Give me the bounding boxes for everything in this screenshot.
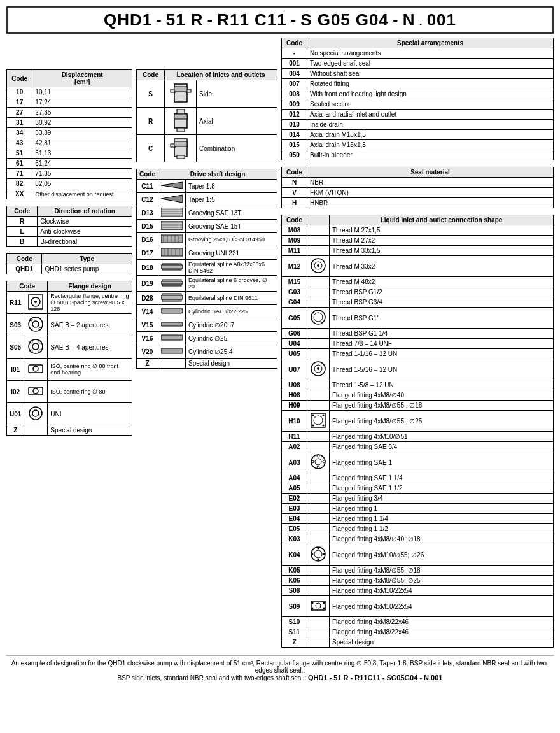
shaft-col-value: Drive shaft design (158, 169, 277, 180)
svg-point-93 (316, 603, 321, 608)
bottom-note-text: An example of designation for the QHD1 c… (11, 660, 549, 674)
table-row: RClockwise (7, 217, 132, 227)
svg-point-7 (29, 339, 43, 353)
svg-point-77 (323, 415, 325, 416)
table-row: 5151,13 (7, 148, 132, 159)
svg-point-94 (312, 602, 314, 604)
table-row: E04Flanged fitting 1 1/4 (282, 514, 554, 524)
table-row: M12 Thread M 33x2 (282, 256, 554, 277)
table-row: C12 Taper 1:5 (137, 193, 277, 206)
svg-point-88 (312, 553, 314, 555)
flange-col-code: Code (7, 281, 48, 292)
rotation-col-code: Code (7, 206, 38, 217)
bottom-note-code: QHD1 - 51 R - R11C11 - SG05G04 - N.001 (308, 674, 443, 681)
table-row: NNBR (282, 178, 554, 188)
inlet-col-code: Code (137, 70, 165, 80)
svg-rect-92 (311, 601, 325, 610)
type-col-code: Code (7, 254, 42, 264)
table-row: H08Flanged fitting 4xM8/∅40 (282, 390, 554, 401)
table-row: S09 Flanged fitting 4xM10/22x54 (282, 596, 554, 617)
code-dot: . (417, 10, 424, 30)
code-qhd1: QHD1 (101, 10, 155, 30)
table-row: G03Thread BSP G1/2 (282, 287, 554, 297)
svg-point-17 (29, 407, 42, 420)
table-row: 1010,11 (7, 87, 132, 97)
svg-rect-30 (174, 141, 187, 146)
table-row: M15Thread M 48x2 (282, 277, 554, 287)
displacement-col-value: Displacement[cm³] (32, 70, 132, 87)
table-row: U07 Thread 1-5/16 – 12 UN (282, 359, 554, 380)
table-row: E05Flanged fitting 1 1/2 (282, 524, 554, 534)
table-row: V16 Cylindric ∅25 (137, 332, 277, 345)
inlet-icon-r (165, 108, 197, 135)
table-row: K05Flanged fitting 4xM8/∅55; ∅18 (282, 566, 554, 576)
seal-col-value: Seal material (307, 167, 554, 178)
svg-point-89 (323, 553, 325, 555)
flange-table: Code Flange design R11 Rectangular flang… (6, 281, 132, 436)
table-row: A04Flanged fitting SAE 1 1/4 (282, 473, 554, 483)
svg-rect-24 (177, 109, 185, 114)
svg-point-75 (314, 416, 323, 425)
flange-icon-s05 (24, 336, 48, 359)
svg-rect-29 (177, 155, 185, 159)
svg-point-91 (318, 559, 319, 561)
table-row: 001Two-edged shaft seal (282, 59, 554, 69)
rotation-col-value: Direction of rotation (38, 206, 132, 217)
model-code-bar: QHD1 - 51 R - R11 C11 - S G05 G04 - N . … (6, 6, 554, 34)
displacement-section: Code Displacement[cm³] 1010,11 1717,24 2… (6, 69, 132, 199)
special-arrangements-table: Code Special arrangements -No special ar… (281, 38, 554, 160)
code-51: 51 (164, 10, 188, 30)
svg-marker-32 (161, 195, 183, 203)
drive-shaft-section: Code Drive shaft design C11 Taper 1:8 (136, 169, 277, 369)
inlet-icon-c (165, 135, 197, 162)
table-row: D15 Groo (137, 220, 277, 233)
table-row: 013Inside drain (282, 120, 554, 130)
svg-point-90 (318, 548, 319, 550)
table-row: VFKM (VITON) (282, 188, 554, 198)
type-col-value: Type (42, 254, 132, 264)
code-c11: C11 (252, 10, 290, 30)
svg-rect-57 (161, 265, 183, 269)
table-row: D17 Groo (137, 246, 277, 260)
svg-point-95 (323, 602, 325, 604)
code-dash1: - (155, 10, 164, 30)
table-row: U04Thread 7/8 – 14 UNF (282, 339, 554, 349)
table-row: K03Flanged fitting 4xM8/∅40; ∅18 (282, 534, 554, 544)
svg-rect-62 (161, 308, 183, 313)
table-row: G04Thread BSP G3/4 (282, 297, 554, 308)
liquid-connection-section: Code Liquid inlet and outlet connection … (281, 215, 554, 648)
table-row: S08Flanged fitting 4xM10/22x54 (282, 586, 554, 596)
table-row: S Side (137, 80, 277, 108)
table-row: R Axial (137, 108, 277, 135)
table-row: Z Special design (7, 425, 132, 436)
table-row: H11Flanged fitting 4xM10/∅51 (282, 432, 554, 442)
svg-rect-65 (161, 348, 183, 353)
special-col-value: Special arrangements (307, 38, 554, 48)
code-s: S (298, 10, 314, 30)
table-row: I01 ISO, centre ring ∅ 80 front end bear… (7, 359, 132, 381)
table-row: 007Rotated fitting (282, 79, 554, 89)
inlet-outlet-section: Code Location of inlets and outlets S Si… (136, 69, 277, 162)
svg-rect-44 (161, 235, 183, 243)
svg-point-78 (323, 425, 325, 427)
table-row: H10 Flanged fitting 4xM8/∅55 ; ∅25 (282, 411, 554, 432)
table-row: K04 Flanged fitting 4xM10/∅55; ∅26 (282, 544, 554, 566)
table-row: V14 Cylindric SAE ∅22,225 (137, 305, 277, 318)
table-row: 3433,89 (7, 128, 132, 138)
type-table: Code Type QHD1QHD1 series pump (6, 253, 132, 274)
table-row: D13 Grooving SAE 13T (137, 206, 277, 220)
flange-icon-s03 (24, 314, 48, 336)
table-row: A02Flanged fitting SAE 3/4 (282, 442, 554, 452)
table-row: -No special arrangements (282, 48, 554, 59)
table-row: E02Flanged fitting 3/4 (282, 494, 554, 504)
rotation-table: Code Direction of rotation RClockwise LA… (6, 206, 132, 247)
table-row: 014Axial drain M18x1,5 (282, 130, 554, 140)
table-row: H09Flanged fitting 4xM8/∅55 ; ∅18 (282, 401, 554, 411)
special-arrangements-section: Code Special arrangements -No special ar… (281, 38, 554, 160)
inlet-icon-s (165, 80, 197, 108)
table-row: U01 UNI (7, 403, 132, 425)
flange-section: Code Flange design R11 Rectangular flang… (6, 281, 132, 436)
bottom-note-line2: BSP side inlets, standard NBR seal and w… (118, 674, 307, 681)
table-row: V20 Cylindric ∅25,4 (137, 345, 277, 359)
svg-rect-63 (161, 322, 183, 326)
